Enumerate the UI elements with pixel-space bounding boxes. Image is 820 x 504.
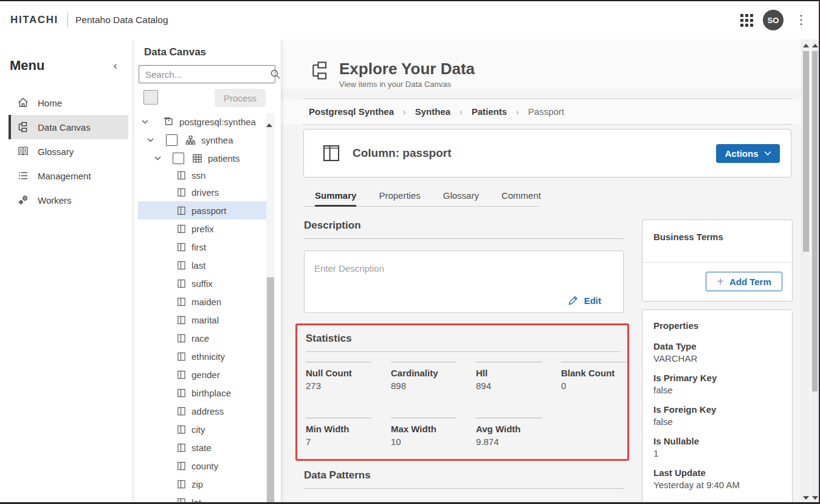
tree-column-label: prefix [191, 224, 214, 234]
screen-edge-top [0, 0, 820, 1]
column-icon [177, 224, 186, 233]
tree-column-row[interactable]: birthplace [134, 384, 281, 402]
scroll-down-icon[interactable] [803, 496, 809, 500]
overflow-menu-icon[interactable]: ⋮ [795, 12, 807, 27]
tree-column-row[interactable]: suffix [134, 274, 281, 292]
column-icon [177, 316, 186, 325]
node-checkbox[interactable] [173, 153, 184, 164]
glossary-icon [17, 145, 29, 157]
search-icon[interactable] [270, 69, 281, 80]
tree-node-label: postgresql:synthea [179, 117, 256, 127]
scroll-down-icon[interactable] [812, 496, 818, 500]
tree-column-label: passport [191, 205, 227, 216]
tree-column-label: gender [191, 370, 220, 380]
chevron-down-icon[interactable] [157, 156, 164, 161]
select-all-checkbox[interactable] [143, 90, 158, 105]
statistics-annotation-box: Statistics Null Count 273 Cardinality 89… [295, 323, 629, 461]
tree-column-row[interactable]: first [134, 238, 281, 256]
chevron-down-icon[interactable] [144, 120, 151, 124]
prop-data-type: Data Type VARCHAR [653, 341, 781, 364]
scrollbar-thumb[interactable] [267, 277, 274, 504]
edit-description-button[interactable]: Edit [568, 295, 601, 306]
hitachi-logo: HITACHI [10, 14, 58, 26]
actions-button[interactable]: Actions [716, 144, 780, 163]
scroll-up-icon[interactable] [812, 44, 818, 47]
column-icon [177, 443, 186, 452]
breadcrumb-item[interactable]: Postgresql Synthea [309, 106, 394, 117]
tab-comment[interactable]: Comment [501, 186, 541, 206]
apps-grid-icon[interactable] [740, 14, 753, 27]
tree-row-schema[interactable]: synthea [134, 131, 281, 149]
tree-column-label: city [191, 424, 205, 435]
description-placeholder: Enter Description [314, 263, 384, 274]
tree-column-row[interactable]: state [134, 438, 281, 457]
column-icon [177, 334, 186, 343]
column-icon [177, 352, 186, 361]
tab-properties[interactable]: Properties [379, 186, 420, 206]
tree-column-row[interactable]: prefix [134, 219, 281, 238]
tree-column-label: zip [191, 479, 203, 489]
content-scrollbar[interactable] [801, 40, 810, 504]
description-box[interactable]: Enter Description Edit [304, 250, 624, 313]
collapse-menu-icon[interactable]: ‹ [114, 59, 125, 72]
sidebar-item-home[interactable]: Home [9, 91, 128, 115]
scrollbar-thumb[interactable] [812, 51, 818, 392]
tree-column-row[interactable]: marital [134, 311, 281, 329]
scrollbar-thumb[interactable] [803, 51, 809, 252]
tab-glossary[interactable]: Glossary [443, 186, 479, 206]
node-checkbox[interactable] [166, 134, 177, 146]
tree-column-row[interactable]: race [134, 329, 281, 347]
chevron-down-icon [764, 151, 771, 156]
sidebar-item-label: Home [38, 98, 62, 108]
page-subtitle: View items in your Data Canvas [339, 80, 475, 89]
chevron-right-icon: › [516, 107, 519, 117]
tree-search-box [139, 65, 275, 83]
column-icon [177, 171, 186, 180]
business-terms-card: Business Terms + Add Term [642, 219, 793, 302]
data-canvas-icon [17, 121, 29, 133]
tree-column-label: state [191, 443, 212, 453]
stat-cardinality: Cardinality 898 [391, 362, 476, 391]
tree-column-row[interactable]: zip [134, 475, 281, 493]
tree-column-label: race [191, 333, 209, 343]
tree-column-row[interactable]: address [134, 402, 281, 420]
topbar: HITACHI Pentaho Data Catalog SO ⋮ [0, 0, 820, 40]
tree-column-row[interactable]: ethnicity [134, 347, 281, 365]
tree-row-datasource[interactable]: postgresql:synthea [134, 112, 281, 131]
scroll-up-icon[interactable] [803, 44, 809, 47]
process-button[interactable]: Process [215, 89, 266, 107]
scroll-up-icon[interactable] [266, 113, 272, 127]
breadcrumb-item[interactable]: Patients [472, 106, 507, 117]
tree-column-row[interactable]: ssn [134, 167, 281, 183]
tree-column-row[interactable]: maiden [134, 292, 281, 311]
tree-column-row[interactable]: gender [134, 365, 281, 384]
tree-node-label: patients [208, 153, 240, 164]
table-icon [192, 153, 202, 164]
tree-column-row[interactable]: last [134, 256, 281, 274]
tab-summary[interactable]: Summary [315, 186, 356, 206]
prop-last-update: Last Update Yesterday at 9:40 AM [653, 468, 781, 490]
prop-is-primary-key: Is Primary Key false [653, 373, 781, 395]
tree-column-row[interactable]: city [134, 420, 281, 438]
breadcrumb-item[interactable]: Synthea [415, 106, 450, 117]
chevron-down-icon[interactable] [150, 138, 157, 142]
sidebar-item-management[interactable]: Management [9, 164, 128, 188]
sidebar-item-glossary[interactable]: Glossary [9, 139, 128, 164]
tree-node-label: synthea [201, 135, 233, 145]
search-input[interactable] [139, 69, 270, 80]
stat-avg-width: Avg Width 9.874 [476, 418, 561, 447]
brand-divider [67, 12, 68, 27]
tree-row-table[interactable]: patients [134, 149, 281, 167]
add-term-button[interactable]: + Add Term [706, 272, 782, 291]
tree-column-row[interactable]: drivers [134, 183, 281, 201]
tree-scrollbar[interactable] [266, 113, 275, 504]
tree-column-row[interactable]: county [134, 457, 281, 475]
tree-column-row-selected[interactable]: passport [134, 201, 281, 219]
page-scrollbar[interactable] [811, 40, 819, 504]
tree-column-label: birthplace [191, 388, 231, 398]
user-avatar[interactable]: SO [763, 10, 784, 30]
sidebar-item-data-canvas[interactable]: Data Canvas [9, 115, 128, 139]
entity-card: Column: passport Actions [303, 129, 791, 178]
page-title: Explore Your Data [339, 60, 475, 78]
sidebar-item-workers[interactable]: Workers [9, 188, 128, 212]
